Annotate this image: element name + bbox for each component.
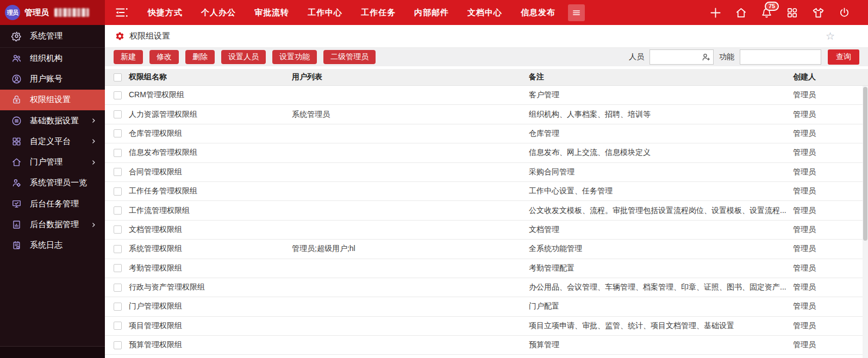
cell-creator: 管理员	[792, 148, 868, 158]
column-header-remark[interactable]: 备注	[529, 72, 792, 82]
function-filter-input[interactable]	[740, 49, 821, 65]
collapse-menu-icon[interactable]	[114, 5, 130, 20]
row-checkbox[interactable]	[114, 206, 122, 215]
sidebar-item-1[interactable]: 组织机构	[0, 48, 105, 68]
nav-item-5[interactable]: 内部邮件	[405, 0, 458, 25]
row-checkbox[interactable]	[114, 129, 122, 137]
cell-user-list: 管理员;超级用户;hl	[292, 244, 529, 254]
home-icon[interactable]	[735, 7, 747, 19]
table-row[interactable]: 仓库管理权限组仓库管理管理员	[105, 124, 868, 143]
nav-item-6[interactable]: 文档中心	[458, 0, 511, 25]
nav-item-0[interactable]: 快捷方式	[139, 0, 192, 25]
table-row[interactable]: 考勤管理权限组考勤管理配置管理员	[105, 259, 868, 278]
cell-group-name: 信息发布管理权限组	[129, 148, 292, 158]
row-checkbox[interactable]	[114, 149, 122, 157]
sidebar-item-4[interactable]: 基础数据设置	[0, 110, 105, 131]
row-checkbox[interactable]	[114, 284, 122, 292]
task-icon	[11, 199, 22, 209]
theme-shirt-icon[interactable]	[811, 6, 825, 20]
notifications-button[interactable]: 75	[760, 7, 773, 19]
topbar-user-area[interactable]: 理员 管理员	[0, 0, 105, 25]
sidebar-item-0[interactable]: 系统管理	[0, 25, 105, 48]
page-gear-icon	[115, 32, 124, 41]
sidebar-item-label: 后台数据管理	[30, 219, 79, 230]
cell-creator: 管理员	[792, 129, 868, 139]
delete-button[interactable]: 删除	[185, 50, 215, 64]
table-row[interactable]: 门户管理权限组门户配置管理员	[105, 297, 868, 316]
table-row[interactable]: 系统管理权限组管理员;超级用户;hl全系统功能管理管理员	[105, 240, 868, 259]
sidebar-item-6[interactable]: 门户管理	[0, 152, 105, 172]
nav-item-2[interactable]: 审批流转	[245, 0, 298, 25]
sidebar-item-5[interactable]: 自定义平台	[0, 131, 105, 152]
table-row[interactable]: 文档管理权限组文档管理管理员	[105, 221, 868, 240]
row-checkbox[interactable]	[114, 341, 122, 349]
gear-icon	[11, 31, 22, 41]
cell-creator: 管理员	[792, 206, 868, 216]
sidebar-item-7[interactable]: 系统管理员一览	[0, 173, 105, 193]
cell-remark: 组织机构、人事档案、招聘、培训等	[529, 110, 792, 120]
cell-remark: 信息发布、网上交流、信息模块定义	[529, 148, 792, 158]
sidebar-item-2[interactable]: 用户账号	[0, 68, 105, 89]
column-header-name[interactable]: 权限组名称	[129, 72, 292, 82]
table-row[interactable]: 预算管理权限组预算管理管理员	[105, 336, 868, 355]
apps-icon[interactable]	[786, 7, 798, 19]
set-members-button[interactable]: 设置人员	[221, 50, 266, 64]
row-checkbox[interactable]	[114, 91, 122, 99]
row-checkbox[interactable]	[114, 168, 122, 176]
logout-power-icon[interactable]	[838, 7, 851, 19]
search-button[interactable]: 查询	[828, 49, 859, 65]
cell-user-list: 系统管理员	[292, 110, 529, 120]
nav-item-3[interactable]: 工作中心	[298, 0, 352, 25]
sidebar-item-8[interactable]: 后台任务管理	[0, 193, 105, 214]
scrollbar-thumb[interactable]	[863, 87, 867, 241]
table-row[interactable]: 合同管理权限组采购合同管理管理员	[105, 163, 868, 182]
vertical-scrollbar[interactable]	[863, 86, 868, 358]
secondary-admin-button[interactable]: 二级管理员	[323, 50, 376, 64]
table-row[interactable]: 信息发布管理权限组信息发布、网上交流、信息模块定义管理员	[105, 143, 868, 162]
set-functions-button[interactable]: 设置功能	[272, 50, 317, 64]
row-checkbox[interactable]	[114, 110, 122, 118]
nav-item-1[interactable]: 个人办公	[192, 0, 245, 25]
notification-badge: 75	[765, 2, 779, 11]
table-row[interactable]: 工作任务管理权限组工作中心设置、任务管理管理员	[105, 182, 868, 201]
nav-item-7[interactable]: 信息发布	[511, 0, 565, 25]
table-row[interactable]: 行政与资产管理权限组办公用品、会议管理、车辆管理、档案管理、印章、证照、图书、固…	[105, 278, 868, 297]
org-icon	[11, 53, 22, 64]
breadcrumb-bar: 权限组设置 ☆	[105, 25, 868, 48]
row-checkbox[interactable]	[114, 245, 122, 253]
table-row[interactable]: CRM管理权限组客户管理管理员	[105, 86, 868, 105]
sidebar-item-3[interactable]: 权限组设置	[0, 90, 105, 110]
sidebar-item-label: 系统管理	[30, 31, 63, 41]
table-row[interactable]: 项目管理权限组项目立项申请、审批、监管、统计、项目文档管理、基础设置管理员	[105, 317, 868, 336]
log-icon	[11, 240, 22, 250]
cell-creator: 管理员	[792, 282, 868, 292]
row-checkbox[interactable]	[114, 187, 122, 196]
row-checkbox[interactable]	[114, 322, 122, 330]
row-checkbox[interactable]	[114, 264, 122, 272]
nav-item-4[interactable]: 工作任务	[352, 0, 405, 25]
table-row[interactable]: 人力资源管理权限组系统管理员组织机构、人事档案、招聘、培训等管理员	[105, 105, 868, 124]
avatar[interactable]: 理员	[5, 5, 20, 20]
column-header-creator[interactable]: 创建人	[792, 72, 868, 82]
favorite-star-icon[interactable]: ☆	[826, 31, 835, 41]
column-header-users[interactable]: 用户列表	[292, 72, 529, 82]
add-icon[interactable]	[709, 7, 722, 19]
topbar-icons: 75	[709, 6, 868, 20]
edit-button[interactable]: 修改	[149, 50, 179, 64]
new-button[interactable]: 新建	[114, 50, 143, 64]
row-checkbox[interactable]	[114, 303, 122, 311]
sidebar-footer	[0, 346, 105, 358]
cell-creator: 管理员	[792, 263, 868, 273]
sidebar-item-10[interactable]: 系统日志	[0, 235, 105, 256]
sidebar-item-label: 基础数据设置	[30, 116, 79, 126]
person-add-icon[interactable]	[701, 52, 711, 62]
table-row[interactable]: 工作流管理权限组公文收发文模板、流程。审批管理包括设置流程岗位、设置模板、设置流…	[105, 201, 868, 220]
sidebar-item-9[interactable]: 后台数据管理	[0, 214, 105, 235]
toolbar: 新建修改删除设置人员设置功能二级管理员 人员 功能 查询	[105, 48, 868, 66]
cell-remark: 客户管理	[529, 90, 792, 100]
chevron-right-icon	[91, 118, 96, 123]
row-checkbox[interactable]	[114, 225, 122, 234]
sidebar-item-label: 门户管理	[30, 157, 63, 167]
more-menu-button[interactable]	[568, 4, 585, 21]
select-all-checkbox[interactable]	[114, 73, 122, 81]
